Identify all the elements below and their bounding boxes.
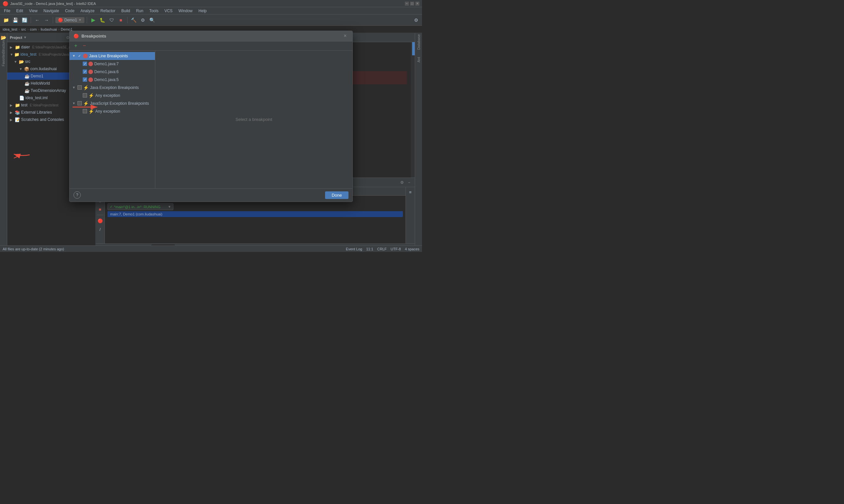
checkbox-js-any-exc[interactable] [83, 109, 87, 113]
bp-item-demo1-7[interactable]: ✓ Demo1.java:7 [70, 60, 155, 68]
check-demo1-7: ✓ [84, 62, 86, 66]
dialog-title-text: Breakpoints [82, 34, 106, 38]
bp-group-java-line[interactable]: ▼ ✓ Java Line Breakpoints [70, 52, 155, 60]
add-breakpoint-button[interactable]: + [72, 42, 80, 49]
bp-lightning-java-exc: ⚡ [83, 85, 89, 90]
remove-breakpoint-button[interactable]: − [81, 42, 88, 49]
bp-label-js-any-exception: Any exception [95, 109, 120, 114]
bp-label-java-any-exception: Any exception [95, 93, 120, 98]
bp-group-js-exception[interactable]: ▼ ⚡ JavaScript Exception Breakpoints [70, 100, 155, 107]
expand-arrow-js-exc: ▼ [72, 102, 75, 105]
expand-arrow-java-exc: ▼ [72, 86, 75, 89]
checkbox-java-any-exc[interactable] [83, 93, 87, 97]
bp-lightning-js-exc: ⚡ [83, 101, 89, 106]
bp-red-icon-6 [88, 70, 93, 74]
bp-item-demo1-6[interactable]: ✓ Demo1.java:6 [70, 68, 155, 76]
bp-item-java-any-exception[interactable]: ⚡ Any exception [70, 92, 155, 100]
checkbox-js-exception[interactable] [77, 101, 82, 105]
dialog-done-button[interactable]: Done [325, 192, 348, 199]
dialog-body: ▼ ✓ Java Line Breakpoints ✓ Demo1.java:7 [70, 51, 352, 188]
dialog-breakpoints-tree: ▼ ✓ Java Line Breakpoints ✓ Demo1.java:7 [70, 51, 155, 188]
bp-label-demo1-5: Demo1.java:5 [94, 77, 119, 82]
select-breakpoint-hint: Select a breakpoint [236, 117, 272, 122]
dialog-title: 🔴 Breakpoints [73, 34, 106, 38]
checkbox-demo1-7[interactable]: ✓ [83, 61, 87, 66]
bp-red-icon-java-line [83, 54, 88, 58]
checkbox-demo1-6[interactable]: ✓ [83, 70, 87, 74]
bp-group-label-java-line: Java Line Breakpoints [89, 54, 128, 58]
bp-label-demo1-6: Demo1.java:6 [94, 70, 119, 74]
breakpoints-dialog: 🔴 Breakpoints × + − ▼ ✓ Java Line Breakp… [69, 31, 353, 202]
dialog-toolbar: + − [70, 41, 352, 51]
dialog-header: 🔴 Breakpoints × [70, 31, 352, 41]
dialog-overlay: 🔴 Breakpoints × + − ▼ ✓ Java Line Breakp… [0, 0, 422, 252]
expand-arrow-java-line: ▼ [72, 54, 75, 58]
bp-red-icon-5 [88, 77, 93, 82]
checkbox-demo1-5[interactable]: ✓ [83, 77, 87, 82]
bp-group-label-java-exception: Java Exception Breakpoints [90, 85, 139, 90]
dialog-footer: ? Done [70, 188, 352, 202]
dialog-close-button[interactable]: × [342, 33, 348, 39]
dialog-detail-panel: Select a breakpoint [155, 51, 352, 188]
check-java-line: ✓ [78, 54, 81, 58]
bp-item-js-any-exception[interactable]: ⚡ Any exception [70, 107, 155, 115]
dialog-help-button[interactable]: ? [73, 192, 81, 199]
bp-lightning-java-any: ⚡ [88, 93, 94, 98]
dialog-title-icon: 🔴 [73, 34, 79, 38]
bp-item-demo1-5[interactable]: ✓ Demo1.java:5 [70, 76, 155, 84]
bp-group-label-js-exception: JavaScript Exception Breakpoints [90, 101, 149, 106]
check-demo1-5: ✓ [84, 78, 86, 82]
bp-label-demo1-7: Demo1.java:7 [94, 61, 119, 66]
bp-red-icon-7 [88, 61, 93, 66]
checkbox-java-exception[interactable] [77, 85, 82, 90]
bp-lightning-js-any: ⚡ [88, 109, 94, 114]
checkbox-java-line[interactable]: ✓ [77, 54, 82, 58]
check-demo1-6: ✓ [84, 70, 86, 73]
bp-group-java-exception[interactable]: ▼ ⚡ Java Exception Breakpoints [70, 84, 155, 92]
